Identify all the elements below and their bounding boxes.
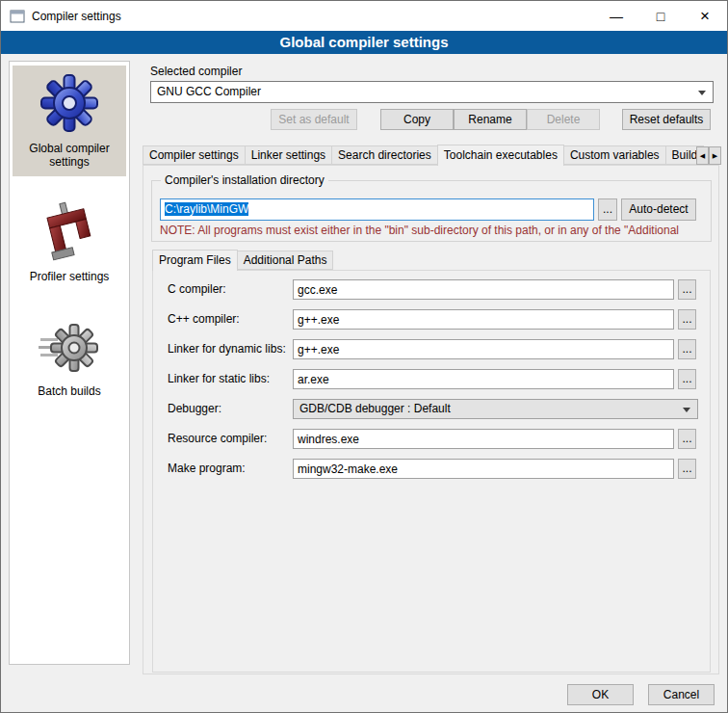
- copy-button[interactable]: Copy: [380, 109, 454, 130]
- chevron-down-icon: [698, 91, 706, 95]
- settings-tabstrip: Compiler settings Linker settings Search…: [143, 145, 703, 165]
- tab-linker-settings[interactable]: Linker settings: [245, 145, 332, 165]
- static-linker-input[interactable]: [293, 369, 674, 389]
- settings-category-sidebar: Global compiler settings: [9, 61, 130, 665]
- tab-custom-variables[interactable]: Custom variables: [563, 145, 666, 165]
- sidebar-item-batch-builds[interactable]: Batch builds: [13, 308, 126, 406]
- make-program-browse-button[interactable]: ...: [678, 459, 696, 479]
- tab-program-files[interactable]: Program Files: [152, 250, 238, 271]
- dynamic-linker-label: Linker for dynamic libs:: [168, 339, 286, 359]
- browse-directory-button[interactable]: ...: [598, 198, 617, 221]
- static-linker-label: Linker for static libs:: [168, 369, 270, 389]
- resource-compiler-label: Resource compiler:: [168, 429, 267, 449]
- gray-gear-icon: [39, 315, 100, 377]
- cpp-compiler-label: C++ compiler:: [168, 309, 240, 330]
- chevron-down-icon: [683, 408, 690, 412]
- debugger-value: GDB/CDB debugger : Default: [299, 402, 451, 415]
- sidebar-item-label: Batch builds: [14, 384, 124, 398]
- bin-subdirectory-note: NOTE: All programs must exist either in …: [160, 224, 709, 237]
- sidebar-item-profiler-settings[interactable]: Profiler settings: [13, 194, 126, 291]
- blue-gear-icon: [39, 72, 100, 134]
- cpp-compiler-input[interactable]: [293, 309, 674, 330]
- selected-compiler-label: Selected compiler: [150, 65, 242, 78]
- rename-button[interactable]: Rename: [454, 109, 527, 130]
- selected-compiler-combobox[interactable]: GNU GCC Compiler: [150, 81, 714, 103]
- close-button-icon[interactable]: ×: [683, 1, 727, 31]
- installation-directory-input[interactable]: C:\raylib\MinGW: [160, 198, 594, 221]
- set-as-default-button[interactable]: Set as default: [271, 109, 357, 130]
- profiler-clamp-icon: [39, 200, 100, 262]
- tab-toolchain-executables[interactable]: Toolchain executables: [437, 145, 564, 166]
- tab-compiler-settings[interactable]: Compiler settings: [143, 145, 246, 165]
- app-icon: [10, 9, 25, 24]
- installation-directory-label: Compiler's installation directory: [161, 173, 328, 187]
- delete-button[interactable]: Delete: [527, 109, 600, 130]
- selected-compiler-value: GNU GCC Compiler: [157, 85, 261, 98]
- compiler-settings-window: Compiler settings — □ × Global compiler …: [0, 0, 728, 713]
- program-files-tabstrip: Program Files Additional Paths: [152, 250, 332, 270]
- debugger-label: Debugger:: [168, 399, 221, 419]
- window-title: Compiler settings: [32, 10, 121, 23]
- titlebar: Compiler settings — □ ×: [1, 1, 727, 31]
- resource-compiler-input[interactable]: [293, 429, 674, 449]
- dynamic-linker-input[interactable]: [293, 339, 674, 359]
- c-compiler-browse-button[interactable]: ...: [678, 279, 696, 300]
- sidebar-item-label: Global compiler settings: [14, 142, 124, 169]
- dynamic-linker-browse-button[interactable]: ...: [678, 339, 696, 359]
- static-linker-browse-button[interactable]: ...: [678, 369, 696, 389]
- sidebar-item-global-compiler-settings[interactable]: Global compiler settings: [13, 66, 126, 176]
- c-compiler-label: C compiler:: [168, 279, 226, 300]
- tab-scroll-left-icon[interactable]: ◀: [696, 146, 709, 165]
- debugger-combobox[interactable]: GDB/CDB debugger : Default: [293, 399, 698, 419]
- minimize-button-icon[interactable]: —: [594, 1, 638, 31]
- make-program-label: Make program:: [168, 459, 246, 479]
- tab-additional-paths[interactable]: Additional Paths: [237, 251, 334, 270]
- ok-button[interactable]: OK: [567, 684, 634, 705]
- c-compiler-input[interactable]: [293, 279, 674, 300]
- cancel-button[interactable]: Cancel: [648, 684, 715, 705]
- cpp-compiler-browse-button[interactable]: ...: [678, 309, 696, 330]
- make-program-input[interactable]: [293, 459, 674, 479]
- tab-search-directories[interactable]: Search directories: [331, 145, 438, 165]
- maximize-button-icon[interactable]: □: [638, 1, 683, 31]
- sidebar-item-label: Profiler settings: [14, 270, 124, 283]
- tab-scroll-right-icon[interactable]: ▶: [709, 146, 721, 165]
- reset-defaults-button[interactable]: Reset defaults: [622, 109, 711, 130]
- resource-compiler-browse-button[interactable]: ...: [678, 429, 696, 449]
- auto-detect-button[interactable]: Auto-detect: [621, 198, 696, 221]
- installation-directory-value: C:\raylib\MinGW: [165, 202, 248, 216]
- page-title: Global compiler settings: [1, 31, 727, 54]
